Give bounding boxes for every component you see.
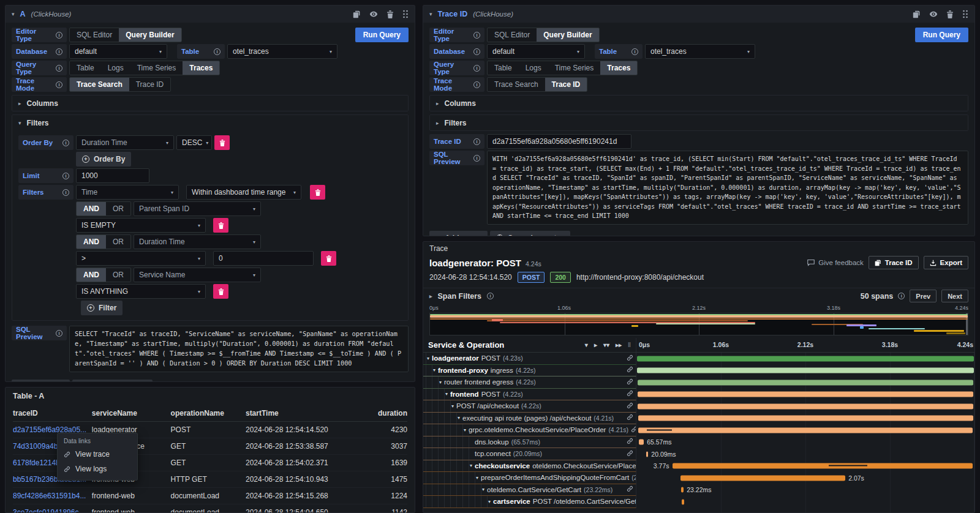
- duplicate-query-icon[interactable]: [353, 10, 361, 18]
- query-inspector-button[interactable]: iQuery inspector: [490, 231, 570, 237]
- info-icon[interactable]: i: [473, 138, 480, 145]
- panel-title[interactable]: Trace: [423, 242, 974, 255]
- gantt-bar[interactable]: [682, 499, 684, 504]
- gantt-bar[interactable]: [638, 392, 973, 397]
- info-icon[interactable]: i: [56, 32, 62, 39]
- chevron-down-icon[interactable]: ▾: [429, 11, 432, 17]
- and-option[interactable]: AND: [77, 202, 106, 215]
- remove-filter-button[interactable]: [321, 251, 336, 266]
- info-icon[interactable]: i: [62, 173, 69, 179]
- info-icon[interactable]: i: [214, 48, 221, 55]
- and-option[interactable]: AND: [77, 235, 106, 249]
- or-option[interactable]: OR: [106, 268, 130, 282]
- filter-value-select[interactable]: Within dashboard time range▾: [186, 185, 301, 200]
- column-resize-handle[interactable]: ‖: [628, 342, 631, 348]
- query-type-timeseries[interactable]: Time Series: [548, 61, 601, 75]
- span-row[interactable]: ▾checkoutserviceoteldemo.CheckoutService…: [423, 460, 974, 473]
- query-type-traces[interactable]: Traces: [600, 61, 637, 75]
- table-select[interactable]: otel_traces▾: [227, 44, 337, 59]
- gantt-bar[interactable]: [673, 463, 973, 469]
- chevron-down-icon[interactable]: ▾: [464, 427, 466, 433]
- hide-query-icon[interactable]: [369, 10, 378, 18]
- span-row[interactable]: ▾loadgeneratorPOST(4.23s): [423, 353, 974, 365]
- drag-handle-icon[interactable]: [402, 10, 409, 18]
- info-icon[interactable]: i: [62, 189, 69, 196]
- export-button[interactable]: Export: [924, 256, 968, 269]
- order-by-direction-select[interactable]: DESC▾: [176, 135, 212, 150]
- span-row[interactable]: ▾frontend-proxyingress(4.22s): [423, 365, 974, 377]
- link-icon[interactable]: [627, 485, 636, 493]
- filters-section-header[interactable]: ▸Filters: [430, 115, 968, 130]
- info-icon[interactable]: i: [473, 32, 480, 39]
- expand-all-icon[interactable]: ▸▸: [616, 342, 622, 348]
- query-header[interactable]: ▾ A (ClickHouse): [6, 6, 415, 23]
- column-header[interactable]: serviceName: [92, 409, 171, 418]
- query-type-timeseries[interactable]: Time Series: [130, 61, 183, 75]
- query-type-table[interactable]: Table: [488, 61, 519, 75]
- info-icon[interactable]: i: [56, 48, 62, 55]
- link-icon[interactable]: [627, 414, 636, 422]
- gantt-bar[interactable]: [637, 368, 973, 373]
- table-select[interactable]: otel_traces▾: [645, 44, 755, 59]
- trace-id-link[interactable]: 89cf4286e631591b4...: [13, 492, 92, 500]
- filter-operator-select[interactable]: IS EMPTY▾: [76, 218, 206, 233]
- database-select[interactable]: default▾: [69, 44, 167, 59]
- info-icon[interactable]: i: [56, 81, 62, 88]
- info-icon[interactable]: i: [631, 48, 638, 55]
- query-type-logs[interactable]: Logs: [101, 61, 130, 75]
- chevron-down-icon[interactable]: ▾: [433, 367, 435, 373]
- link-icon[interactable]: [627, 438, 636, 446]
- next-button[interactable]: Next: [941, 290, 968, 302]
- and-option[interactable]: AND: [77, 268, 106, 282]
- span-row[interactable]: ▾frontendPOST(4.22s): [423, 389, 974, 401]
- query-builder-option[interactable]: Query Builder: [119, 28, 181, 42]
- chevron-down-icon[interactable]: ▾: [488, 499, 491, 504]
- minimap-canvas[interactable]: [429, 313, 968, 335]
- span-row[interactable]: ▾prepareOrderItemsAndShippingQuoteFromCa…: [423, 472, 974, 484]
- trace-id-option[interactable]: Trace ID: [129, 78, 171, 91]
- chevron-down-icon[interactable]: ▾: [445, 391, 448, 397]
- info-icon[interactable]: i: [56, 330, 62, 337]
- give-feedback-link[interactable]: Give feedback: [807, 259, 864, 266]
- run-query-button[interactable]: Run Query: [915, 28, 968, 42]
- trace-search-option[interactable]: Trace Search: [70, 78, 129, 91]
- span-row[interactable]: ▾dns.lookup(65.57ms)65.57ms: [423, 436, 974, 449]
- span-row[interactable]: ▾cartservicePOST /oteldemo.CartService/G…: [423, 496, 974, 508]
- add-order-by-button[interactable]: +Order By: [76, 152, 131, 167]
- columns-section-header[interactable]: ▸Columns: [430, 95, 968, 111]
- view-trace-menu-item[interactable]: View trace: [58, 447, 137, 462]
- gantt-bar[interactable]: [680, 475, 845, 481]
- info-icon[interactable]: i: [898, 293, 905, 299]
- gantt-bar[interactable]: [639, 440, 644, 445]
- info-icon[interactable]: i: [473, 81, 480, 88]
- trace-minimap[interactable]: 0μs 1.06s 2.12s 3.18s 4.24s: [429, 305, 968, 335]
- trace-id-option[interactable]: Trace ID: [545, 78, 587, 91]
- query-type-traces[interactable]: Traces: [183, 61, 219, 75]
- trace-id-button[interactable]: Trace ID: [869, 256, 919, 269]
- gantt-bar[interactable]: [638, 416, 973, 421]
- run-query-button[interactable]: Run Query: [355, 28, 409, 42]
- span-row[interactable]: ▾router frontend egress(4.22s): [423, 376, 974, 389]
- filter-field-select[interactable]: Duration Time▾: [134, 234, 261, 249]
- or-option[interactable]: OR: [106, 235, 130, 249]
- filter-value-input[interactable]: 0: [213, 251, 314, 266]
- limit-input[interactable]: 1000: [76, 168, 149, 183]
- chevron-down-icon[interactable]: ▾: [470, 463, 472, 468]
- gantt-bar[interactable]: [637, 356, 974, 361]
- link-icon[interactable]: [627, 402, 636, 410]
- filter-field-select[interactable]: Parent Span ID▾: [134, 201, 261, 216]
- remove-filter-button[interactable]: [310, 185, 325, 200]
- collapse-all-icon[interactable]: ▾▾: [603, 342, 609, 348]
- remove-order-by-button[interactable]: [214, 135, 230, 150]
- order-by-field-select[interactable]: Duration Time▾: [76, 135, 174, 150]
- view-logs-menu-item[interactable]: View logs: [58, 462, 137, 476]
- query-type-table[interactable]: Table: [70, 61, 101, 75]
- collapse-one-icon[interactable]: ▾: [585, 342, 588, 348]
- filters-section-header[interactable]: ▾Filters: [12, 115, 408, 130]
- expand-one-icon[interactable]: ▸: [594, 342, 597, 348]
- column-header[interactable]: duration: [348, 409, 407, 418]
- sql-editor-option[interactable]: SQL Editor: [70, 28, 119, 42]
- remove-filter-button[interactable]: [213, 284, 228, 299]
- link-icon[interactable]: [627, 378, 636, 386]
- chevron-down-icon[interactable]: ▾: [439, 380, 442, 385]
